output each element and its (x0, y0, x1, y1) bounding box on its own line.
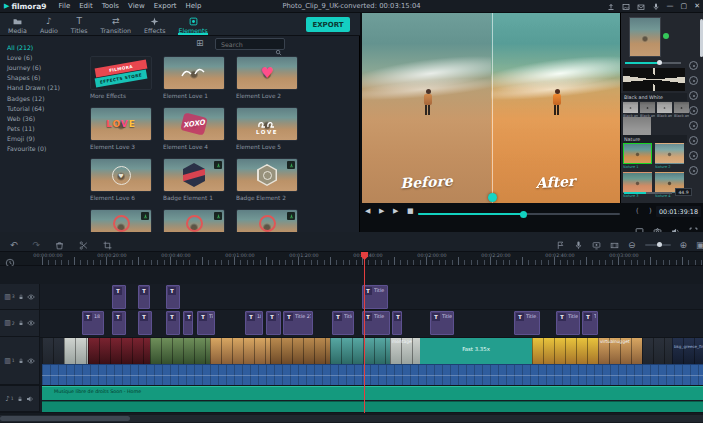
sidebar-item[interactable]: Journey (6) (0, 62, 68, 72)
playback-slider[interactable] (418, 213, 620, 215)
sidebar-item[interactable]: Shapes (6) (0, 73, 68, 83)
video-clip[interactable] (64, 338, 88, 364)
grid-view-icon[interactable]: ⊞ (196, 38, 204, 48)
title-clip[interactable]: T (166, 311, 180, 335)
sidebar-item[interactable]: Emoji (9) (0, 134, 68, 144)
panel-tool-icon[interactable] (689, 61, 698, 70)
video-clip[interactable] (270, 338, 330, 364)
video-clip[interactable]: Fast 3.35x (420, 338, 532, 364)
panel-tool-icon[interactable] (689, 151, 698, 160)
menu-edit[interactable]: Edit (79, 2, 93, 10)
library-item[interactable]: Badge Element 1 (163, 158, 225, 200)
music-clip[interactable]: Musique libre de droits Soon - Home (42, 386, 703, 412)
lock-icon[interactable] (18, 320, 24, 326)
sidebar-item[interactable]: All (212) (0, 42, 68, 52)
timeline-hscrollbar[interactable] (0, 415, 703, 422)
panel-tool-icon[interactable] (689, 136, 698, 145)
sidebar-item[interactable]: Badges (12) (0, 93, 68, 103)
sidebar-item[interactable]: Web (36) (0, 113, 68, 123)
audio-track-header[interactable]: ♪1 (0, 386, 40, 412)
color-preset[interactable]: Black and White 1 (623, 102, 638, 118)
lock-icon[interactable] (18, 358, 24, 364)
video-clip[interactable] (532, 338, 598, 364)
color-preset[interactable]: Black and White 3 (657, 102, 672, 118)
library-item[interactable] (90, 209, 152, 232)
search-input[interactable] (219, 39, 271, 49)
menu-help[interactable]: Help (186, 2, 202, 10)
search-box[interactable] (215, 38, 285, 50)
mic-icon[interactable] (652, 3, 660, 11)
color-preset[interactable]: Nature 2 (655, 143, 684, 169)
video-clip[interactable] (88, 338, 150, 364)
library-item[interactable]: Element Love 1 (163, 56, 225, 98)
visibility-eye-icon[interactable] (27, 319, 35, 327)
lock-icon[interactable] (18, 294, 24, 300)
title-clip[interactable]: TTitle 27 (283, 311, 313, 335)
video-clip[interactable]: montage (390, 338, 420, 364)
panel-tool-icon[interactable] (689, 91, 698, 100)
title-clip[interactable]: T (112, 311, 126, 335)
tab-effects[interactable]: Effects (144, 13, 165, 35)
export-button[interactable]: EXPORT (306, 17, 350, 32)
title-clip[interactable]: TTi (266, 311, 281, 335)
video-clip[interactable] (210, 338, 270, 364)
library-item[interactable]: LOVEElement Love 3 (90, 107, 152, 149)
next-frame-button[interactable]: ▶ (393, 207, 398, 215)
library-item[interactable] (163, 209, 225, 232)
playback-slider-handle[interactable] (520, 211, 527, 218)
visibility-eye-icon[interactable] (27, 357, 35, 365)
library-item[interactable]: Badge Element 2 (236, 158, 298, 200)
color-preset[interactable]: Nature 1 (623, 143, 652, 169)
title-clip[interactable]: T (138, 285, 150, 309)
hscrollbar-thumb[interactable] (0, 416, 130, 421)
menu-file[interactable]: File (58, 2, 70, 10)
library-item[interactable] (236, 209, 298, 232)
title-clip[interactable]: T (138, 311, 152, 335)
panel-tool-icon[interactable] (689, 166, 698, 175)
video-clip[interactable]: bkg_greece_fin_UK (672, 338, 703, 364)
video-track-header[interactable]: ▥1 (0, 337, 40, 385)
timeline-ruler[interactable]: 00:00:00:0000:00:20:0000:00:40:0000:01:0… (0, 252, 703, 266)
title-clip[interactable]: TTi (582, 311, 598, 335)
email-icon[interactable] (637, 3, 645, 11)
library-item[interactable]: LOVEElement Love 5 (236, 107, 298, 149)
image-icon[interactable] (622, 3, 630, 11)
title-clip[interactable]: TTitle 2 (332, 311, 354, 335)
tab-elements[interactable]: Elements (178, 13, 207, 35)
minimize-button[interactable]: — (667, 3, 674, 10)
tab-audio[interactable]: ♪Audio (40, 13, 58, 35)
visibility-eye-icon[interactable] (27, 293, 35, 301)
video-clip[interactable] (42, 338, 64, 364)
color-preset[interactable]: Black and White 2 (640, 102, 655, 118)
sidebar-item[interactable]: Pets (11) (0, 124, 68, 134)
title-clip[interactable]: T (392, 311, 402, 335)
library-item[interactable]: XOXOElement Love 4 (163, 107, 225, 149)
title-track-header[interactable]: ▥3 (0, 284, 40, 310)
title-clip[interactable]: T (166, 285, 180, 309)
fit-to-timeline-icon[interactable]: ▣ (696, 239, 703, 251)
stop-button[interactable]: ■ (407, 207, 414, 215)
tab-transition[interactable]: ⇄Transition (101, 13, 131, 35)
intensity-slider[interactable] (624, 192, 672, 194)
tab-titles[interactable]: TTitles (71, 13, 88, 35)
panel-tool-icon[interactable] (689, 76, 698, 85)
before-after-handle[interactable] (488, 193, 497, 202)
previous-frame-button[interactable]: ◀ (365, 207, 370, 215)
menu-tools[interactable]: Tools (102, 2, 119, 10)
title-clip[interactable]: T18 (82, 311, 104, 335)
zoom-out-icon[interactable]: ⊖ (628, 239, 636, 251)
color-preset[interactable]: Nature 3 (623, 172, 652, 198)
zoom-in-icon[interactable]: ⊕ (680, 239, 688, 251)
sidebar-item[interactable]: Love (6) (0, 52, 68, 62)
panel-tool-icon[interactable] (689, 121, 698, 130)
title-clip[interactable]: TTitle 27 (514, 311, 540, 335)
sidebar-item[interactable]: Favourite (0) (0, 144, 68, 154)
lock-icon[interactable] (17, 396, 23, 402)
title-clip[interactable]: TTitle (362, 285, 388, 309)
fan-preset-thumbnail[interactable] (623, 68, 685, 91)
sidebar-item[interactable]: Tutorial (64) (0, 103, 68, 113)
video-clip[interactable] (150, 338, 210, 364)
title-clip[interactable]: TTitle (556, 311, 580, 335)
before-after-divider[interactable] (492, 13, 493, 203)
timeline-zoom-handle[interactable] (657, 242, 662, 247)
